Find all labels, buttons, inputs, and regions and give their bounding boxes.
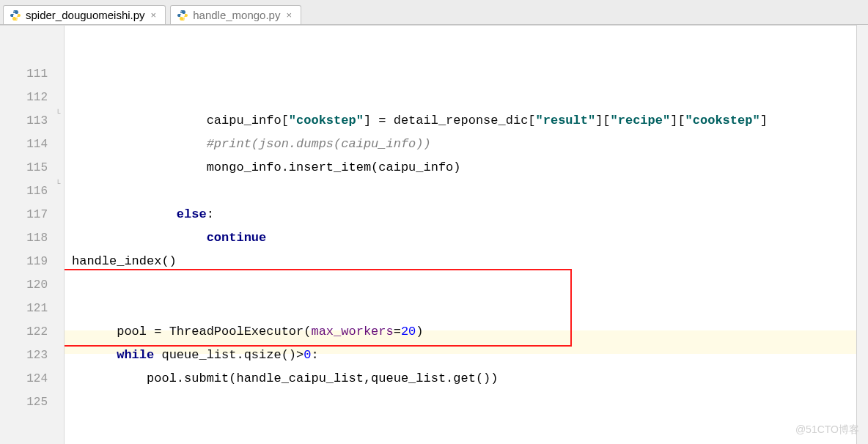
code-line (65, 391, 868, 414)
svg-point-1 (16, 18, 18, 20)
line-number-gutter: 1111121131141151161171181191201211221231… (0, 26, 65, 444)
fold-column: └ └ (52, 26, 64, 444)
watermark-text: @51CTO博客 (795, 423, 859, 437)
python-file-icon (177, 10, 188, 21)
editor: 1111121131141151161171181191201211221231… (0, 25, 868, 444)
code-line: pool = ThreadPoolExecutor(max_workers=20… (65, 273, 868, 297)
svg-point-0 (13, 11, 15, 12)
code-line: caipu_info["cookstep"] = detail_reponse_… (65, 62, 868, 86)
fold-end-icon[interactable]: └ (54, 180, 62, 188)
code-line: handle_index() (65, 250, 868, 273)
fold-end-icon[interactable]: └ (54, 109, 62, 118)
code-line: while queue_list.qsize()>0: (65, 297, 868, 320)
tab-label: handle_mongo.py (193, 9, 280, 21)
close-icon[interactable]: × (284, 10, 293, 21)
tab-handle-mongo[interactable]: handle_mongo.py × (170, 5, 301, 24)
close-icon[interactable]: × (150, 10, 158, 21)
tab-label: spider_douguomeishi.py (26, 9, 145, 21)
editor-tab-bar: spider_douguomeishi.py × handle_mongo.py… (0, 0, 868, 25)
code-line: continue (65, 180, 868, 203)
svg-point-2 (180, 11, 182, 12)
vertical-scrollbar[interactable] (856, 25, 868, 444)
svg-point-3 (183, 18, 185, 20)
code-editor-area[interactable]: caipu_info["cookstep"] = detail_reponse_… (65, 26, 868, 444)
code-line: #print(json.dumps(caipu_info)) (65, 86, 868, 109)
tab-spider-douguomeishi[interactable]: spider_douguomeishi.py × (3, 5, 166, 24)
python-file-icon (10, 10, 21, 21)
